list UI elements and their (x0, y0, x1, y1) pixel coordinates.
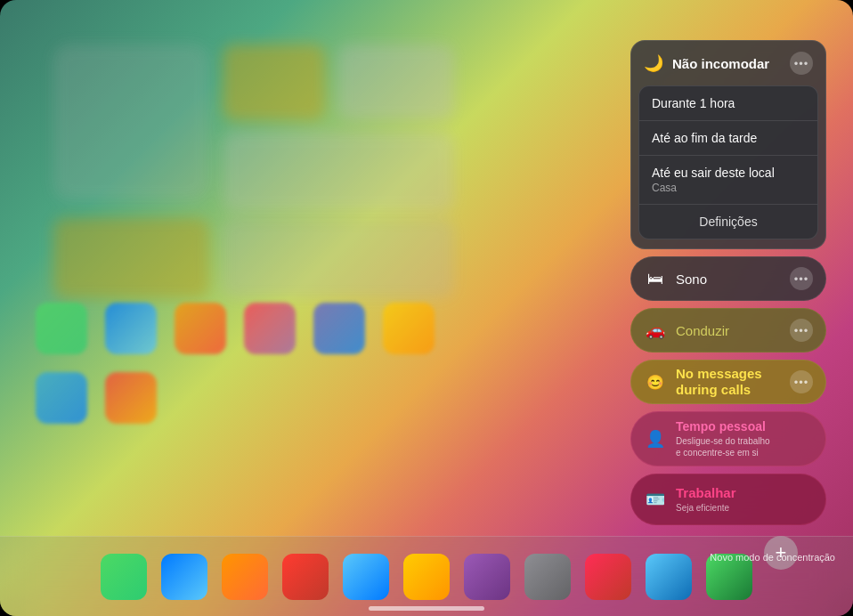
app-icon (36, 372, 87, 424)
widget-white-2 (223, 132, 454, 212)
trabalhar-text: Trabalhar Seja eficiente (676, 485, 736, 514)
app-icon (105, 303, 157, 354)
bed-icon: 🛏 (644, 270, 667, 288)
tempo-pessoal-label: Tempo pessoal (676, 419, 770, 434)
car-icon: 🚗 (644, 320, 667, 340)
dropdown-label: Até eu sair deste local (652, 166, 805, 180)
dock-icon-9[interactable] (585, 554, 631, 600)
focus-mode-no-messages[interactable]: 😊 No messagesduring calls ••• (630, 360, 826, 404)
dock-icon-6[interactable] (403, 554, 450, 600)
dnd-dropdown: Durante 1 hora Até ao fim da tarde Até e… (638, 85, 818, 239)
widget-area (36, 27, 499, 312)
focus-mode-tempo-pessoal[interactable]: 👤 Tempo pessoal Desligue-se do trabalhoe… (630, 411, 826, 466)
badge-icon: 🪪 (644, 490, 667, 509)
person-icon: 👤 (644, 429, 667, 449)
dock-icon-1[interactable] (101, 554, 147, 600)
focus-mode-conduzir[interactable]: 🚗 Conduzir ••• (630, 308, 826, 353)
dock-icon-5[interactable] (343, 554, 389, 600)
dock-icon-7[interactable] (464, 554, 510, 600)
dnd-header: 🌙 Não incomodar ••• (631, 41, 825, 85)
no-messages-dots-button[interactable]: ••• (790, 370, 813, 393)
focus-mode-trabalhar[interactable]: 🪪 Trabalhar Seja eficiente (630, 474, 826, 525)
app-icon (175, 303, 226, 354)
widget-yellow-2 (53, 218, 209, 298)
tempo-pessoal-sublabel: Desligue-se do trabalhoe concentre-se em… (676, 435, 770, 458)
focus-btn-left: 🪪 Trabalhar Seja eficiente (644, 485, 736, 514)
dock-icon-10[interactable] (646, 554, 692, 600)
focus-btn-left: 🛏 Sono (644, 270, 707, 288)
dock (0, 536, 853, 616)
dock-icon-8[interactable] (524, 554, 571, 600)
focus-btn-left: 🚗 Conduzir (644, 320, 729, 340)
dock-icon-3[interactable] (222, 554, 268, 600)
conduzir-label: Conduzir (676, 323, 729, 338)
focus-btn-left: 😊 No messagesduring calls (644, 366, 762, 398)
app-icon (244, 303, 296, 354)
no-messages-label: No messagesduring calls (676, 366, 762, 398)
dnd-dots-button[interactable]: ••• (790, 52, 813, 75)
widget-white-3 (223, 218, 454, 298)
sono-label: Sono (676, 272, 707, 287)
trabalhar-label: Trabalhar (676, 485, 736, 500)
app-icon (313, 303, 365, 354)
dnd-left: 🌙 Não incomodar (644, 53, 769, 73)
widget-large (53, 45, 209, 200)
moon-icon: 🌙 (644, 53, 663, 73)
dots-icon: ••• (794, 376, 809, 389)
ipad-screen: 🌙 Não incomodar ••• Durante 1 hora Até a… (0, 0, 853, 616)
trabalhar-sublabel: Seja eficiente (676, 502, 736, 514)
focus-panel: 🌙 Não incomodar ••• Durante 1 hora Até a… (630, 40, 826, 525)
dropdown-item-1-hour[interactable]: Durante 1 hora (639, 86, 817, 121)
dropdown-label: Definições (699, 215, 757, 229)
no-messages-text: No messagesduring calls (676, 366, 762, 398)
conduzir-dots-button[interactable]: ••• (790, 319, 813, 342)
dropdown-label: Até ao fim da tarde (652, 131, 757, 145)
tempo-pessoal-text: Tempo pessoal Desligue-se do trabalhoe c… (676, 419, 770, 458)
app-icon (105, 372, 157, 424)
app-grid (36, 303, 499, 424)
dock-icon-4[interactable] (282, 554, 329, 600)
dots-icon: ••• (794, 324, 809, 337)
home-indicator (369, 606, 484, 611)
app-icon (36, 303, 87, 354)
focus-btn-left: 👤 Tempo pessoal Desligue-se do trabalhoe… (644, 419, 770, 458)
new-mode-label: Novo modo de concentração (710, 552, 835, 563)
app-icon (383, 303, 435, 354)
dropdown-item-settings[interactable]: Definições (639, 205, 817, 239)
smiley-icon: 😊 (644, 374, 667, 391)
new-mode-text: Novo modo de concentração (710, 552, 835, 563)
dropdown-item-leave-location[interactable]: Até eu sair deste local Casa (639, 156, 817, 205)
focus-mode-sono[interactable]: 🛏 Sono ••• (630, 256, 826, 301)
dots-icon: ••• (794, 57, 809, 70)
widget-yellow (223, 45, 325, 120)
dnd-card[interactable]: 🌙 Não incomodar ••• Durante 1 hora Até a… (630, 40, 826, 249)
dropdown-label: Durante 1 hora (652, 96, 735, 110)
widget-white-1 (338, 45, 454, 120)
dock-icon-2[interactable] (161, 554, 207, 600)
dnd-title: Não incomodar (672, 56, 769, 71)
dots-icon: ••• (794, 272, 809, 286)
dropdown-sublabel: Casa (652, 182, 805, 194)
sono-dots-button[interactable]: ••• (790, 267, 813, 290)
dropdown-item-end-of-day[interactable]: Até ao fim da tarde (639, 121, 817, 156)
